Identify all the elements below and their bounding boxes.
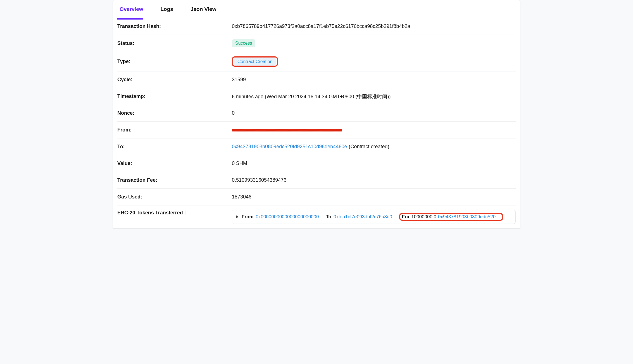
label-fee: Transaction Fee: bbox=[117, 177, 232, 183]
value-cycle: 31599 bbox=[232, 77, 516, 83]
tab-logs[interactable]: Logs bbox=[158, 2, 176, 17]
annotation-redaction-from bbox=[232, 128, 342, 132]
row-status: Status: Success bbox=[117, 35, 516, 52]
tab-overview[interactable]: Overview bbox=[117, 2, 146, 17]
value-erc20: From 0x0000000000000000000000… To 0xbfa1… bbox=[232, 210, 516, 224]
transfer-to-label: To bbox=[326, 214, 331, 220]
value-nonce: 0 bbox=[232, 110, 516, 116]
tab-json-view[interactable]: Json View bbox=[188, 2, 219, 17]
row-value: Value: 0 SHM bbox=[117, 155, 516, 172]
row-type: Type: Contract Creation bbox=[117, 52, 516, 71]
row-erc20: ERC-20 Tokens Transferred : From 0x00000… bbox=[117, 205, 516, 228]
row-cycle: Cycle: 31599 bbox=[117, 71, 516, 88]
transfer-for-address[interactable]: 0x943781903b0809edc520… bbox=[438, 214, 500, 220]
row-gas: Gas Used: 1873046 bbox=[117, 189, 516, 205]
value-txhash: 0xb7865789b417726a973f2a0acc8a17f1eb75e2… bbox=[232, 23, 516, 29]
caret-right-icon bbox=[236, 215, 238, 219]
row-fee: Transaction Fee: 0.510993316054389476 bbox=[117, 172, 516, 189]
transfer-for-amount: 10000000.0 bbox=[411, 214, 436, 220]
value-status: Success bbox=[232, 39, 516, 47]
label-erc20: ERC-20 Tokens Transferred : bbox=[117, 210, 232, 216]
row-nonce: Nonce: 0 bbox=[117, 105, 516, 122]
transfer-to-address[interactable]: 0xbfa1cf7e093dbf2c76a8d0… bbox=[334, 214, 397, 220]
value-gas: 1873046 bbox=[232, 194, 516, 200]
tabs-bar: Overview Logs Json View bbox=[113, 0, 520, 18]
row-timestamp: Timestamp: 6 minutes ago (Wed Mar 20 202… bbox=[117, 88, 516, 105]
label-from: From: bbox=[117, 127, 232, 133]
label-value: Value: bbox=[117, 161, 232, 166]
row-from: From: bbox=[117, 122, 516, 138]
label-txhash: Transaction Hash: bbox=[117, 23, 232, 29]
row-to: To: 0x943781903b0809edc520fd9251c10d98de… bbox=[117, 138, 516, 155]
status-badge: Success bbox=[232, 39, 255, 47]
value-from bbox=[232, 128, 516, 132]
label-nonce: Nonce: bbox=[117, 110, 232, 116]
transaction-panel: Overview Logs Json View Transaction Hash… bbox=[113, 0, 520, 229]
label-cycle: Cycle: bbox=[117, 77, 232, 83]
value-value: 0 SHM bbox=[232, 161, 516, 166]
value-timestamp: 6 minutes ago (Wed Mar 20 2024 16:14:34 … bbox=[232, 93, 516, 100]
annotation-highlight-type: Contract Creation bbox=[232, 56, 278, 67]
transfer-log[interactable]: From 0x0000000000000000000000… To 0xbfa1… bbox=[232, 210, 516, 224]
to-address-link[interactable]: 0x943781903b0809edc520fd9251c10d98deb446… bbox=[232, 144, 347, 150]
transfer-from-address[interactable]: 0x0000000000000000000000… bbox=[256, 214, 324, 220]
label-timestamp: Timestamp: bbox=[117, 94, 232, 99]
to-note: (Contract created) bbox=[349, 144, 389, 150]
row-txhash: Transaction Hash: 0xb7865789b417726a973f… bbox=[117, 18, 516, 35]
value-to: 0x943781903b0809edc520fd9251c10d98deb446… bbox=[232, 144, 516, 150]
transfer-for-label: For bbox=[402, 214, 410, 220]
details-section: Transaction Hash: 0xb7865789b417726a973f… bbox=[113, 18, 520, 228]
label-to: To: bbox=[117, 144, 232, 150]
transfer-from-label: From bbox=[242, 214, 254, 220]
label-type: Type: bbox=[117, 59, 232, 64]
label-status: Status: bbox=[117, 40, 232, 46]
annotation-highlight-for: For 10000000.0 0x943781903b0809edc520… bbox=[399, 213, 503, 221]
value-type: Contract Creation bbox=[232, 56, 516, 67]
type-badge: Contract Creation bbox=[234, 58, 276, 66]
value-fee: 0.510993316054389476 bbox=[232, 177, 516, 183]
label-gas: Gas Used: bbox=[117, 194, 232, 200]
